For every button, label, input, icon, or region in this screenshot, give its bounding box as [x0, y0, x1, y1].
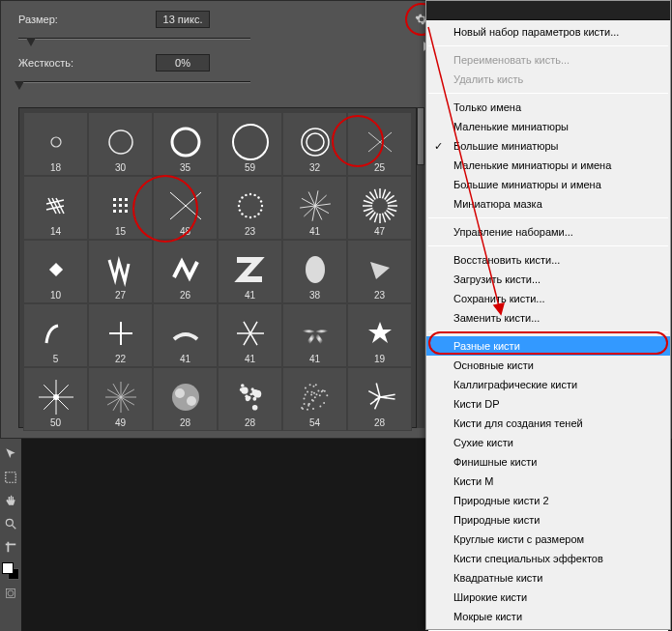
brush-thumbnail[interactable]: 10: [23, 240, 88, 303]
hardness-label: Жесткость:: [18, 57, 115, 69]
marquee-tool[interactable]: [1, 468, 20, 487]
menu-item[interactable]: Маленькие миниатюры и имена: [426, 156, 670, 175]
menu-item[interactable]: ✓Большие миниатюры: [426, 136, 670, 156]
menu-item[interactable]: Большие миниатюры и имена: [426, 175, 670, 194]
svg-point-129: [307, 403, 309, 405]
brush-thumbnail[interactable]: 28: [347, 367, 412, 431]
menu-item[interactable]: Восстановить кисти...: [426, 250, 670, 270]
brush-size-label: 28: [154, 417, 217, 428]
svg-point-25: [260, 205, 262, 207]
brush-thumbnail[interactable]: 41: [218, 303, 282, 367]
menu-item[interactable]: Новый набор параметров кисти...: [426, 22, 670, 42]
menu-item[interactable]: Миниатюра мазка: [426, 194, 670, 214]
menu-item-label: Переименовать кисть...: [453, 54, 570, 66]
svg-point-94: [53, 394, 59, 400]
brush-thumbnail[interactable]: 23: [347, 240, 412, 303]
brush-thumbnail[interactable]: 41: [153, 303, 218, 367]
menu-item[interactable]: Кисти M: [426, 472, 670, 491]
brush-thumbnail[interactable]: 28: [153, 367, 218, 431]
brush-scrollbar-thumb[interactable]: [417, 107, 424, 165]
menu-item[interactable]: Сохранить кисти...: [426, 289, 670, 308]
menu-item-label: Квадратные кисти: [453, 572, 543, 584]
brush-thumbnail[interactable]: 27: [88, 240, 153, 303]
size-value[interactable]: 13 пикс.: [156, 11, 210, 28]
brush-shape-icon: [164, 250, 207, 293]
hardness-slider[interactable]: [18, 81, 250, 83]
brush-shape-icon: [294, 123, 336, 165]
crop-tool[interactable]: [1, 537, 20, 557]
menu-item[interactable]: Загрузить кисти...: [426, 270, 670, 289]
menu-item[interactable]: Только имена: [426, 98, 670, 117]
menu-item[interactable]: Широкие кисти: [426, 588, 670, 607]
quickmask-toggle[interactable]: [1, 584, 20, 603]
brush-thumbnail[interactable]: 19: [347, 303, 412, 367]
svg-point-141: [304, 387, 306, 389]
menu-item[interactable]: Кисти для создания теней: [426, 414, 670, 433]
brush-thumbnail[interactable]: 25: [347, 112, 412, 176]
brush-thumbnail[interactable]: 41: [282, 303, 347, 367]
menu-item[interactable]: Управление наборами...: [426, 222, 670, 242]
fg-swatch[interactable]: [2, 562, 14, 574]
menu-item[interactable]: Каллиграфические кисти: [426, 375, 670, 394]
menu-item[interactable]: Финишные кисти: [426, 452, 670, 472]
hardness-slider-thumb[interactable]: [15, 81, 24, 90]
menu-item-label: Основные кисти: [453, 359, 534, 371]
brush-thumbnail[interactable]: 23: [218, 176, 282, 240]
brush-thumbnail[interactable]: 28: [218, 367, 282, 431]
brush-shape-icon: [35, 314, 77, 357]
brush-size-label: 5: [24, 354, 87, 364]
color-swatches[interactable]: [2, 562, 19, 580]
brush-thumbnail[interactable]: 38: [282, 240, 347, 303]
brush-thumbnail[interactable]: 41: [282, 176, 347, 240]
svg-point-131: [312, 392, 314, 394]
menu-item-label: Восстановить кисти...: [453, 254, 560, 266]
move-tool[interactable]: [1, 445, 20, 464]
brush-thumbnail[interactable]: 54: [282, 367, 347, 431]
brush-thumbnail[interactable]: 49: [88, 367, 153, 431]
menu-item[interactable]: Круглые кисти с размером: [426, 530, 670, 549]
brush-thumbnail[interactable]: 48: [153, 176, 218, 240]
brush-thumbnail[interactable]: 47: [347, 176, 412, 240]
menu-item[interactable]: Заменить кисти...: [426, 308, 670, 328]
menu-item[interactable]: Маленькие миниатюры: [426, 117, 670, 136]
brush-size-label: 28: [219, 417, 281, 428]
svg-line-62: [363, 200, 372, 203]
menu-item-label: Заменить кисти...: [453, 312, 540, 324]
brush-thumbnail[interactable]: 15: [88, 176, 153, 240]
zoom-tool[interactable]: [1, 514, 20, 533]
svg-point-137: [303, 397, 305, 399]
brush-thumbnail[interactable]: 59: [218, 112, 282, 176]
brush-thumbnail[interactable]: 32: [282, 112, 347, 176]
menu-item[interactable]: Кисти DP: [426, 394, 670, 414]
brush-thumbnail[interactable]: 22: [88, 303, 153, 367]
brush-shape-icon: [359, 250, 401, 293]
hardness-value[interactable]: 0%: [156, 54, 210, 72]
brush-thumbnail[interactable]: 41: [218, 240, 282, 303]
svg-point-125: [323, 390, 325, 392]
brush-size-label: 27: [89, 290, 152, 301]
menu-item: Удалить кисть: [426, 70, 670, 89]
menu-item[interactable]: Мокрые кисти: [426, 607, 670, 626]
menu-item[interactable]: Сухие кисти: [426, 433, 670, 452]
size-slider[interactable]: [18, 38, 250, 40]
menu-item[interactable]: Природные кисти 2: [426, 491, 670, 510]
menu-item[interactable]: Квадратные кисти: [426, 568, 670, 588]
brush-thumbnail[interactable]: 14: [23, 176, 88, 240]
brush-thumbnail[interactable]: 50: [23, 367, 88, 431]
brush-thumbnail[interactable]: 30: [88, 112, 153, 176]
svg-point-142: [321, 389, 323, 391]
brush-thumbnail[interactable]: 18: [23, 112, 88, 176]
menu-item[interactable]: Кисти специальных эффектов: [426, 549, 670, 568]
brush-thumbnail[interactable]: 26: [153, 240, 218, 303]
brush-thumbnail[interactable]: 35: [153, 112, 218, 176]
brush-scrollbar[interactable]: [417, 107, 424, 428]
brush-thumbnail[interactable]: 5: [23, 303, 88, 367]
size-slider-thumb[interactable]: [26, 38, 36, 46]
menu-separator: [428, 45, 668, 46]
brush-shape-icon: [164, 314, 207, 357]
hand-tool[interactable]: [1, 491, 20, 510]
menu-item[interactable]: Природные кисти: [426, 510, 670, 530]
menu-item[interactable]: Основные кисти: [426, 356, 670, 375]
svg-point-117: [251, 389, 258, 396]
menu-item[interactable]: Разные кисти: [426, 336, 670, 356]
